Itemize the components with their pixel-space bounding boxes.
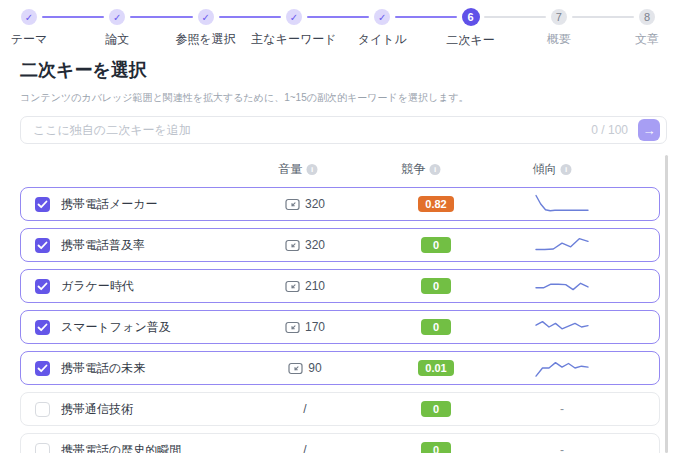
- checkbox-checked[interactable]: [35, 361, 50, 376]
- step-number: 7: [551, 9, 567, 25]
- step-check-icon: ✓: [21, 9, 37, 25]
- competition-badge: 0.82: [418, 196, 453, 212]
- trend-sparkline: [534, 193, 590, 215]
- volume-cell: 320: [211, 197, 399, 211]
- keyword-row[interactable]: 携帯電話の未来900.01: [20, 351, 660, 385]
- keyword-input[interactable]: [21, 123, 591, 137]
- volume-cell: /: [211, 402, 399, 416]
- trend-sparkline: [534, 275, 590, 297]
- keyword-row[interactable]: 携帯通信技術/0-: [20, 392, 660, 426]
- search-volume-icon: [285, 280, 300, 293]
- keyword-label: 携帯電話メーカー: [61, 196, 211, 213]
- info-icon[interactable]: i: [430, 164, 441, 175]
- step-number: 6: [462, 8, 480, 26]
- check-icon: [37, 364, 48, 373]
- check-icon: [37, 241, 48, 250]
- step-check-icon: ✓: [109, 9, 125, 25]
- keyword-row[interactable]: 携帯電話の歴史的瞬間/0-: [20, 433, 660, 453]
- scrollbar[interactable]: [665, 155, 668, 453]
- wizard-stepper: ✓テーマ✓論文✓参照を選択✓主なキーワード✓タイトル6二次キー7概要8文章: [0, 0, 700, 50]
- page-title: 二次キーを選択: [20, 58, 147, 82]
- keyword-list: 携帯電話メーカー3200.82携帯電話普及率3200ガラケー時代2100スマート…: [20, 187, 660, 453]
- keyword-label: ガラケー時代: [61, 278, 211, 295]
- column-competition: 競争i: [402, 160, 441, 178]
- keyword-label: 携帯電話の歴史的瞬間: [61, 442, 211, 453]
- step-check-icon: ✓: [286, 9, 302, 25]
- trend-cell: [473, 275, 651, 297]
- keyword-label: スマートフォン普及: [61, 319, 211, 336]
- checkbox-checked[interactable]: [35, 279, 50, 294]
- trend-cell: [473, 316, 651, 338]
- search-volume-icon: [285, 198, 300, 211]
- competition-cell: 0: [399, 401, 473, 417]
- trend-cell: [473, 193, 651, 215]
- checkbox-unchecked[interactable]: [35, 402, 50, 417]
- arrow-right-icon: →: [643, 123, 656, 138]
- step-check-icon: ✓: [374, 9, 390, 25]
- page-subtitle: コンテンツのカバレッジ範囲と関連性を拡大するために、1~15の副次的キーワードを…: [20, 91, 469, 105]
- volume-cell: 210: [211, 279, 399, 293]
- char-counter: 0 / 100: [591, 123, 628, 137]
- trend-cell: -: [473, 443, 651, 453]
- competition-cell: 0: [399, 237, 473, 253]
- volume-cell: /: [211, 443, 399, 453]
- info-icon[interactable]: i: [307, 164, 318, 175]
- competition-cell: 0.82: [399, 196, 473, 212]
- volume-cell: 320: [211, 238, 399, 252]
- competition-badge: 0: [421, 442, 451, 453]
- competition-cell: 0: [399, 319, 473, 335]
- trend-cell: [473, 357, 651, 379]
- competition-badge: 0: [421, 401, 451, 417]
- keyword-label: 携帯通信技術: [61, 401, 211, 418]
- submit-keyword-button[interactable]: →: [638, 119, 660, 141]
- step-number: 8: [639, 9, 655, 25]
- step-8[interactable]: 8文章: [592, 9, 700, 48]
- competition-cell: 0: [399, 442, 473, 453]
- competition-badge: 0: [421, 319, 451, 335]
- keyword-label: 携帯電話普及率: [61, 237, 211, 254]
- search-volume-icon: [285, 321, 300, 334]
- keyword-row[interactable]: 携帯電話普及率3200: [20, 228, 660, 262]
- info-icon[interactable]: i: [561, 164, 572, 175]
- trend-sparkline: [534, 357, 590, 379]
- keyword-row[interactable]: 携帯電話メーカー3200.82: [20, 187, 660, 221]
- keyword-row[interactable]: ガラケー時代2100: [20, 269, 660, 303]
- competition-badge: 0: [421, 237, 451, 253]
- check-icon: [37, 200, 48, 209]
- competition-badge: 0: [421, 278, 451, 294]
- step-label: 文章: [592, 31, 700, 48]
- checkbox-checked[interactable]: [35, 320, 50, 335]
- search-volume-icon: [285, 239, 300, 252]
- trend-cell: [473, 234, 651, 256]
- trend-sparkline: [534, 316, 590, 338]
- check-icon: [37, 282, 48, 291]
- keyword-label: 携帯電話の未来: [61, 360, 211, 377]
- volume-cell: 90: [211, 361, 399, 375]
- competition-cell: 0: [399, 278, 473, 294]
- checkbox-checked[interactable]: [35, 197, 50, 212]
- trend-cell: -: [473, 402, 651, 416]
- checkbox-checked[interactable]: [35, 238, 50, 253]
- search-volume-icon: [288, 362, 303, 375]
- custom-keyword-inputbox: 0 / 100 →: [20, 116, 667, 144]
- checkbox-unchecked[interactable]: [35, 443, 50, 453]
- column-trend: 傾向i: [533, 160, 572, 178]
- volume-cell: 170: [211, 320, 399, 334]
- check-icon: [37, 323, 48, 332]
- step-check-icon: ✓: [198, 9, 214, 25]
- keyword-row[interactable]: スマートフォン普及1700: [20, 310, 660, 344]
- competition-cell: 0.01: [399, 360, 473, 376]
- column-volume: 音量i: [279, 160, 318, 178]
- competition-badge: 0.01: [418, 360, 453, 376]
- trend-sparkline: [534, 234, 590, 256]
